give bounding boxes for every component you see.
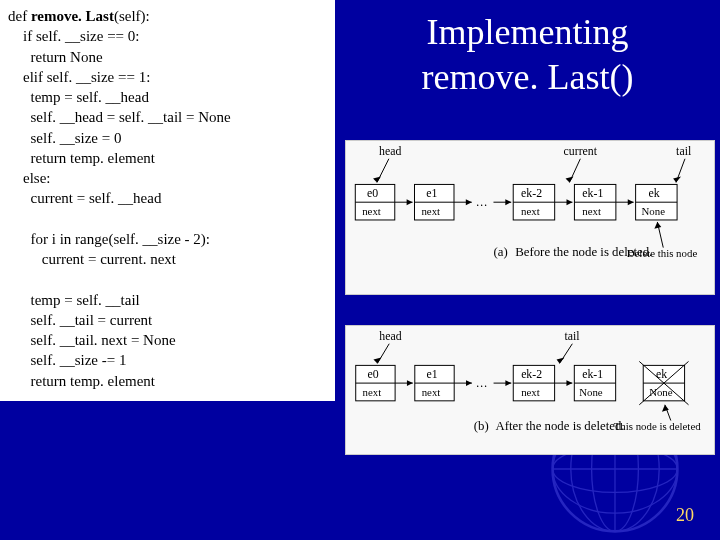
svg-marker-78	[566, 380, 572, 386]
diagram-after-delete: head tail e0 next e1 next … ek-2 next ek…	[345, 325, 715, 455]
svg-marker-91	[662, 405, 669, 412]
code-block: def remove. Last(self): if self. __size …	[0, 0, 335, 401]
svg-text:ek: ek	[656, 367, 667, 381]
svg-marker-15	[673, 177, 681, 183]
svg-text:…: …	[476, 195, 488, 209]
svg-text:current: current	[564, 144, 598, 158]
svg-marker-11	[373, 177, 381, 183]
svg-text:next: next	[421, 205, 440, 217]
svg-text:next: next	[521, 386, 540, 398]
svg-text:next: next	[582, 205, 601, 217]
svg-text:next: next	[363, 386, 382, 398]
svg-text:next: next	[362, 205, 381, 217]
svg-marker-69	[466, 380, 472, 386]
svg-text:…: …	[476, 376, 488, 390]
svg-text:ek-1: ek-1	[582, 186, 603, 200]
svg-marker-42	[628, 199, 634, 205]
svg-marker-30	[505, 199, 511, 205]
svg-text:After the node is deleted.: After the node is deleted.	[496, 419, 625, 433]
svg-text:e0: e0	[367, 186, 378, 200]
svg-text:next: next	[521, 205, 540, 217]
svg-marker-21	[407, 199, 413, 205]
svg-marker-72	[505, 380, 511, 386]
svg-text:(a): (a)	[493, 245, 507, 259]
svg-text:ek-1: ek-1	[582, 367, 603, 381]
svg-text:tail: tail	[676, 144, 692, 158]
svg-text:e1: e1	[427, 367, 438, 381]
svg-text:None: None	[642, 205, 666, 217]
svg-text:next: next	[422, 386, 441, 398]
svg-text:head: head	[379, 329, 401, 343]
svg-marker-63	[407, 380, 413, 386]
svg-marker-55	[373, 358, 381, 364]
svg-text:ek-2: ek-2	[521, 186, 542, 200]
svg-text:e1: e1	[426, 186, 437, 200]
page-number: 20	[676, 505, 694, 526]
svg-text:ek: ek	[648, 186, 659, 200]
svg-marker-36	[567, 199, 573, 205]
svg-marker-13	[566, 177, 574, 183]
svg-text:None: None	[579, 386, 603, 398]
svg-marker-27	[466, 199, 472, 205]
svg-text:This node is deleted: This node is deleted	[614, 420, 701, 432]
svg-text:head: head	[379, 144, 401, 158]
svg-text:(b): (b)	[474, 419, 489, 433]
svg-text:ek-2: ek-2	[521, 367, 542, 381]
diagram-before-delete: head current tail e0 next e1 next … ek-2…	[345, 140, 715, 295]
slide-title: Implementing remove. Last()	[335, 0, 720, 100]
svg-text:e0: e0	[368, 367, 379, 381]
svg-text:tail: tail	[564, 329, 580, 343]
svg-marker-49	[654, 222, 661, 229]
svg-text:Before the node is deleted.: Before the node is deleted.	[515, 245, 652, 259]
